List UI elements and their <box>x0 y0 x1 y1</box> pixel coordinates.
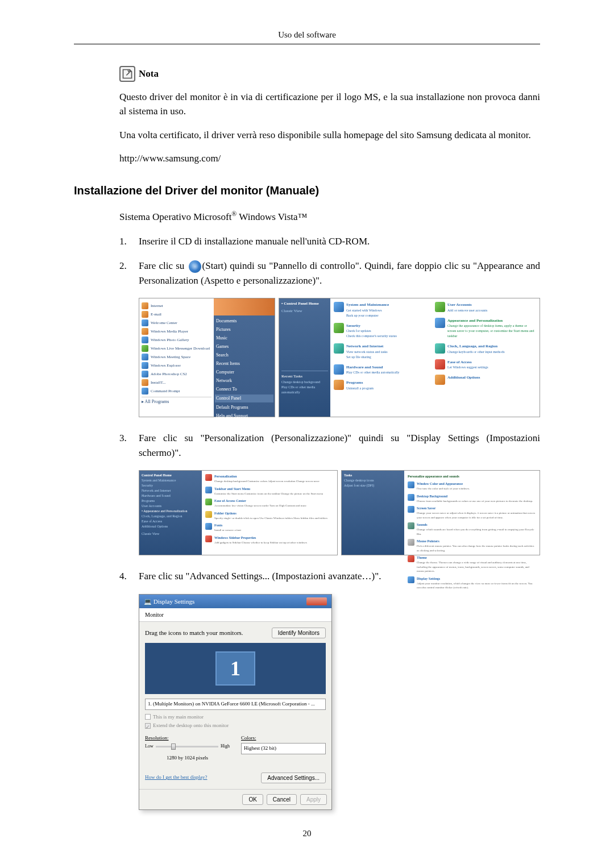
step-3-num: 3. <box>119 431 139 460</box>
resolution-value: 1280 by 1024 pixels <box>145 754 230 762</box>
step-4-num: 4. <box>119 569 139 584</box>
close-icon[interactable] <box>306 597 327 605</box>
colors-label: Colors: <box>241 734 326 742</box>
monitor-preview[interactable]: 1 <box>145 643 326 694</box>
cancel-button[interactable]: Cancel <box>267 794 297 805</box>
resolution-slider[interactable] <box>156 746 218 747</box>
note-p1: Questo driver del monitor è in via di ce… <box>119 90 540 119</box>
apply-button: Apply <box>300 794 327 805</box>
header-divider <box>74 44 540 44</box>
note-label: Nota <box>139 67 159 81</box>
ok-button[interactable]: OK <box>242 794 263 805</box>
step-1-num: 1. <box>119 234 139 249</box>
section-title: Installazione del Driver del monitor (Ma… <box>74 182 540 199</box>
help-link[interactable]: How do I get the best display? <box>145 774 207 782</box>
screenshot-personalization: Control Panel Home System and Maintenanc… <box>139 470 540 555</box>
page-header: Uso del software <box>278 30 336 39</box>
step-2-num: 2. <box>119 259 139 288</box>
note-icon <box>119 66 135 82</box>
intro-text: Sistema Operativo Microsoft® Windows Vis… <box>119 209 540 224</box>
resolution-label: Resolution: <box>145 734 230 742</box>
monitor-select[interactable]: 1. (Multiple Monitors) on NVIDIA GeForce… <box>145 699 326 710</box>
screenshot-control-panel: Internet E-mail Welcome Center Windows M… <box>139 298 540 417</box>
step-1-text: Inserire il CD di installazione manuale … <box>139 234 540 249</box>
screenshot-display-settings: 💻 Display Settings Monitor Drag the icon… <box>139 594 540 810</box>
step-4-text: Fare clic su "Advanced Settings... (Impo… <box>139 569 540 584</box>
identify-monitors-button[interactable]: Identify Monitors <box>272 628 326 638</box>
page-number: 20 <box>74 827 540 840</box>
note-p2: Una volta certificato, il driver verrà r… <box>119 128 540 143</box>
colors-select[interactable]: Highest (32 bit) <box>241 743 326 754</box>
main-monitor-checkbox <box>145 714 151 720</box>
monitor-1-icon[interactable]: 1 <box>215 651 255 686</box>
step-2-text: Fare clic su (Start) quindi su "Pannello… <box>139 259 540 288</box>
dialog-title: 💻 Display Settings <box>144 597 194 607</box>
monitor-tab[interactable]: Monitor <box>139 608 331 622</box>
drag-label: Drag the icons to match your monitors. <box>145 628 243 638</box>
step-3-text: Fare clic su "Personalization (Personali… <box>139 431 540 460</box>
start-orb-icon <box>189 260 201 273</box>
advanced-settings-button[interactable]: Advanced Settings... <box>261 773 326 783</box>
extend-desktop-checkbox: ✓ <box>145 723 151 729</box>
note-url: http://www.samsung.com/ <box>119 151 540 166</box>
